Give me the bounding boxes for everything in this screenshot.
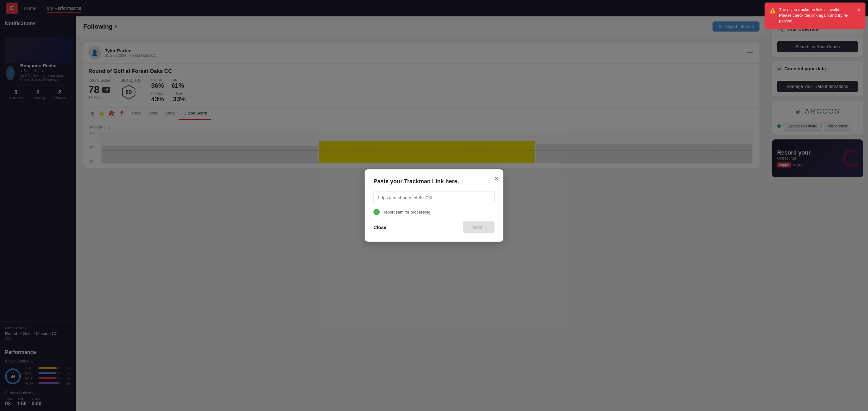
modal-title: Paste your Trackman Link here.: [373, 178, 495, 185]
toast-warning-icon: ⚠️: [770, 7, 776, 14]
modal-submit-button[interactable]: Submit: [463, 221, 495, 233]
success-check-icon: ✓: [373, 209, 380, 215]
modal-close-button[interactable]: Close: [373, 222, 386, 232]
trackman-link-input[interactable]: [373, 191, 495, 204]
toast-close-button[interactable]: ×: [855, 7, 861, 12]
modal-overlay: Paste your Trackman Link here. × ✓ Repor…: [0, 0, 868, 411]
success-message: Report sent for processing: [382, 210, 430, 215]
trackman-modal: Paste your Trackman Link here. × ✓ Repor…: [365, 169, 503, 242]
modal-actions: Close Submit: [373, 221, 495, 233]
error-toast: ⚠️ The given trackman link is invalid. P…: [765, 2, 866, 29]
success-message-row: ✓ Report sent for processing: [373, 209, 495, 215]
modal-close-x-button[interactable]: ×: [494, 175, 498, 183]
toast-message: The given trackman link is invalid. Plea…: [779, 7, 851, 24]
